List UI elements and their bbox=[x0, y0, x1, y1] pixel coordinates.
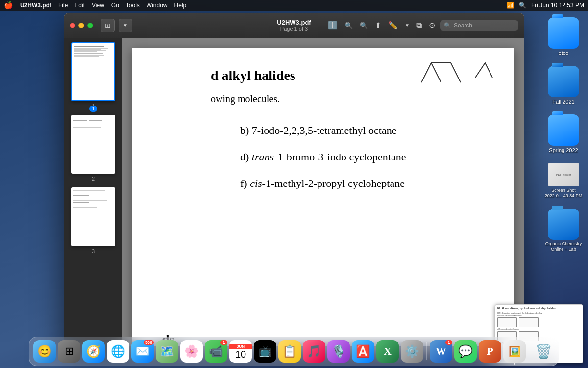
preview-window: ⊞ ▼ U2HW3.pdf Page 1 of 3 ℹ️ 🔍 🔍 ⬆ ✏️ ▼ … bbox=[64, 13, 524, 346]
dock-word[interactable]: W 1 bbox=[430, 340, 452, 363]
copy-icon[interactable]: ⧉ bbox=[415, 19, 424, 32]
search-menubar-icon[interactable]: 🔍 bbox=[519, 2, 526, 9]
search-bar[interactable]: 🔍 Search bbox=[440, 20, 518, 31]
dock-trash[interactable]: 🗑️ bbox=[532, 340, 555, 363]
dock-photos[interactable]: 🌸 bbox=[180, 340, 203, 363]
preview-active-dot bbox=[514, 363, 515, 365]
nav-button[interactable]: ▼ bbox=[119, 19, 132, 32]
menubar-help[interactable]: Help bbox=[174, 2, 187, 9]
markup-icon[interactable]: ✏️ bbox=[386, 19, 400, 32]
desktop: 🍎 U2HW3.pdf File Edit View Go Tools Wind… bbox=[0, 0, 588, 368]
dock-music[interactable]: 🎵 bbox=[303, 340, 325, 363]
page-2-label: 2 bbox=[92, 176, 95, 182]
folder-icon-ochem bbox=[548, 209, 579, 240]
menubar-edit[interactable]: Edit bbox=[74, 2, 85, 9]
folder-icon-fall2021 bbox=[548, 66, 579, 97]
search-icon: 🔍 bbox=[444, 22, 451, 29]
desktop-icon-label-ochem: Organic ChemistryOnline + Lab bbox=[545, 241, 582, 253]
preview-toolbar: ⊞ ▼ U2HW3.pdf Page 1 of 3 ℹ️ 🔍 🔍 ⬆ ✏️ ▼ … bbox=[64, 13, 524, 38]
pdf-page: d alkyl halides owing molecules. b) 7-io… bbox=[132, 48, 514, 346]
desktop-icon-label-fall2021: Fall 2021 bbox=[552, 99, 574, 105]
apple-menu[interactable]: 🍎 bbox=[4, 1, 13, 10]
chevron-down-icon[interactable]: ▼ bbox=[403, 21, 412, 30]
folder-icon-etco bbox=[548, 17, 579, 49]
molecule-item-f: f) cis-1-methyl-2-propyl cycloheptane bbox=[240, 177, 485, 190]
preview-body: 1 1 bbox=[64, 38, 524, 346]
menubar-window[interactable]: Window bbox=[147, 2, 168, 9]
dock-notes[interactable]: 📋 bbox=[278, 340, 301, 363]
thumb-page-3-img bbox=[71, 187, 115, 246]
desktop-icon-fall2021[interactable]: Fall 2021 bbox=[544, 66, 583, 105]
molecule-item-d: d) trans-1-bromo-3-iodo cyclopentane bbox=[240, 151, 485, 163]
dock-chrome[interactable]: 🌐 bbox=[107, 340, 129, 363]
dock-preview[interactable]: 🖼️ bbox=[503, 340, 526, 363]
menubar-file[interactable]: File bbox=[58, 2, 68, 9]
dock-separator bbox=[426, 342, 427, 360]
share-icon[interactable]: ⬆ bbox=[373, 19, 383, 32]
sidebar-toggle-button[interactable]: ⊞ bbox=[101, 19, 115, 32]
dock-safari[interactable]: 🧭 bbox=[82, 340, 105, 363]
dock-appstore[interactable]: 🅰️ bbox=[352, 340, 374, 363]
time-display: Fri Jun 10 12:53 PM bbox=[531, 2, 584, 9]
minimize-button[interactable] bbox=[78, 23, 84, 28]
zoom-out-icon[interactable]: 🔍 bbox=[343, 20, 355, 31]
desktop-icon-ochem[interactable]: Organic ChemistryOnline + Lab bbox=[544, 209, 583, 253]
thumbnail-page-3[interactable]: 3 bbox=[68, 187, 119, 254]
info-icon[interactable]: ℹ️ bbox=[326, 19, 340, 32]
corner-thumb-title: H2: Homo alkenes, cycloalkenes and alkyl… bbox=[497, 307, 581, 310]
dock-powerpoint[interactable]: P bbox=[479, 340, 501, 363]
fullscreen-button[interactable] bbox=[87, 23, 93, 28]
desktop-icon-label-screenshot: Screen Shot2022-0... 49.34 PM bbox=[545, 188, 583, 199]
menubar-view[interactable]: View bbox=[92, 2, 104, 9]
thumbnail-page-2[interactable]: 2 bbox=[68, 115, 119, 182]
page-subheading: owing molecules. bbox=[211, 93, 485, 105]
preview-content: d alkyl halides owing molecules. b) 7-io… bbox=[122, 38, 524, 346]
dock-mail[interactable]: ✉️ 506 bbox=[131, 340, 154, 363]
dock-launchpad[interactable]: ⊞ bbox=[58, 340, 80, 363]
dock-finder[interactable]: 😊 bbox=[33, 340, 56, 363]
menubar-go[interactable]: Go bbox=[111, 2, 119, 9]
zoom-in-icon[interactable]: 🔍 bbox=[358, 20, 370, 31]
search-placeholder: Search bbox=[454, 22, 472, 29]
molecule-sketch-top bbox=[397, 53, 495, 92]
dock-whatsapp[interactable]: 💬 bbox=[454, 340, 477, 363]
dock-calendar[interactable]: JUN 10 bbox=[229, 340, 252, 363]
desktop-icons: etco Fall 2021 Spring 2022 PDF viewer Sc… bbox=[544, 17, 583, 253]
thumbnail-page-1[interactable]: 1 1 bbox=[68, 42, 119, 109]
menubar-app-name[interactable]: U2HW3.pdf bbox=[20, 2, 51, 9]
dock-system-prefs[interactable]: ⚙️ bbox=[401, 340, 423, 363]
dock-maps[interactable]: 🗺️ bbox=[156, 340, 178, 363]
mail-badge: 506 bbox=[144, 340, 154, 345]
desktop-icon-etco[interactable]: etco bbox=[544, 17, 583, 56]
dock-appletv[interactable]: 📺 bbox=[254, 340, 276, 363]
menubar: 🍎 U2HW3.pdf File Edit View Go Tools Wind… bbox=[0, 0, 588, 11]
toolbar-pageinfo: Page 1 of 3 bbox=[280, 26, 308, 32]
dock-podcasts[interactable]: 🎙️ bbox=[327, 340, 350, 363]
desktop-icon-screenshot[interactable]: PDF viewer Screen Shot2022-0... 49.34 PM bbox=[544, 163, 583, 199]
page-3-label: 3 bbox=[92, 248, 95, 254]
page-1-badge: 1 bbox=[89, 106, 97, 112]
facetime-badge: 1 bbox=[220, 340, 227, 345]
circle-icon[interactable]: ⊙ bbox=[427, 19, 437, 32]
close-button[interactable] bbox=[70, 23, 75, 28]
menubar-right: 📶 🔍 Fri Jun 10 12:53 PM bbox=[507, 2, 584, 9]
desktop-icon-spring2022[interactable]: Spring 2022 bbox=[544, 114, 583, 153]
thumb-page-2-img bbox=[71, 115, 115, 174]
menubar-left: 🍎 U2HW3.pdf File Edit View Go Tools Wind… bbox=[4, 1, 186, 10]
svg-line-0 bbox=[431, 63, 441, 82]
desktop-icon-label-etco: etco bbox=[559, 50, 569, 56]
preview-sidebar: 1 1 bbox=[64, 38, 122, 346]
screenshot-inner: PDF viewer bbox=[548, 163, 579, 186]
menubar-tools[interactable]: Tools bbox=[126, 2, 140, 9]
wifi-icon: 📶 bbox=[507, 2, 514, 9]
calendar-month: JUN bbox=[229, 344, 252, 349]
dock-separator-2 bbox=[529, 342, 529, 360]
dock-facetime[interactable]: 📹 1 bbox=[205, 340, 227, 363]
traffic-lights bbox=[70, 23, 93, 28]
calendar-day: 10 bbox=[235, 349, 246, 359]
dock: 😊 ⊞ 🧭 🌐 ✉️ 506 🗺️ 🌸 📹 1 bbox=[29, 337, 559, 366]
folder-icon-spring2022 bbox=[548, 114, 579, 146]
word-badge: 1 bbox=[445, 340, 452, 345]
thumb-page-1-img bbox=[71, 42, 115, 101]
dock-excel[interactable]: X bbox=[376, 340, 399, 363]
